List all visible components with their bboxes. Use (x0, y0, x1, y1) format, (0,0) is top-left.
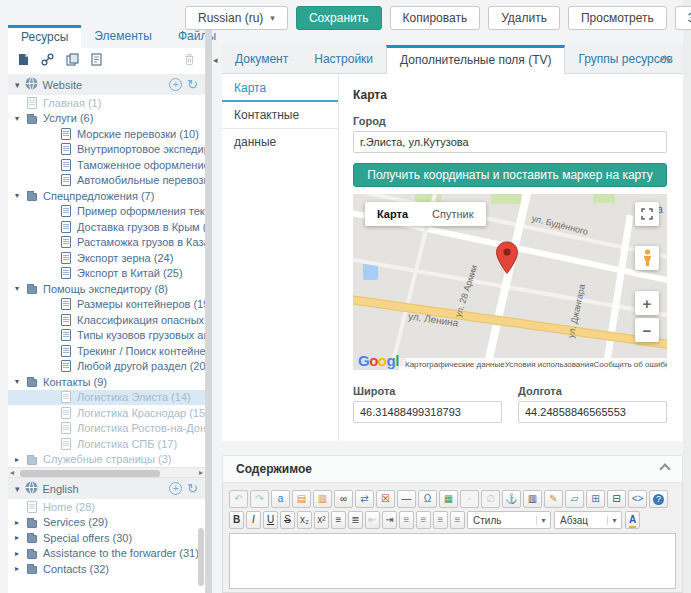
unlink-icon[interactable]: ∅ (481, 490, 500, 508)
trash-icon[interactable] (184, 53, 195, 69)
fullscreen-icon[interactable] (635, 202, 659, 226)
refresh-icon[interactable]: ↻ (187, 482, 198, 495)
panel-splitter[interactable] (205, 25, 212, 593)
collapse-arrow-icon[interactable]: ▾ (15, 80, 20, 90)
font-color-icon[interactable]: A (625, 511, 640, 529)
page-scrollbar-gutter[interactable] (683, 0, 691, 593)
bullet-list-icon[interactable]: ≡ (331, 511, 346, 529)
scroll-right-icon[interactable]: ▸ (199, 468, 203, 478)
tree-expander-icon[interactable] (15, 518, 27, 527)
tree-item[interactable]: Классификация опасных грузов (8, 312, 205, 328)
underline-icon[interactable]: U (263, 511, 278, 529)
eraser-icon[interactable]: ▱ (565, 490, 584, 508)
tree-item[interactable]: Контакты (9) (8, 374, 205, 390)
tv-category-tab[interactable]: Карта (222, 75, 338, 102)
collapse-sidebar-icon[interactable]: ◂ (213, 55, 218, 65)
tree-expander-icon[interactable] (15, 114, 27, 123)
indent-icon[interactable]: ⇥ (382, 511, 397, 529)
tree-item[interactable]: Любой другой раздел (20) (8, 359, 205, 375)
terms-link[interactable]: Условия использования (505, 360, 594, 369)
tree-item[interactable]: Home (28) (8, 499, 205, 515)
tree-item[interactable]: Растаможка грузов в Казахстан (8, 235, 205, 251)
format-painter-icon[interactable]: ✎ (544, 490, 563, 508)
align-right-icon[interactable]: ≡ (433, 511, 448, 529)
find-replace-icon[interactable]: ⇄ (355, 490, 374, 508)
add-resource-icon[interactable]: + (169, 482, 182, 495)
latitude-input[interactable] (353, 401, 502, 423)
redo-icon[interactable]: ↷ (250, 490, 269, 508)
paste-icon[interactable]: ▤ (292, 490, 311, 508)
editor-content-area[interactable] (229, 533, 676, 589)
tree-item[interactable]: Логистика Элиста (14) (8, 390, 205, 406)
subscript-icon[interactable]: x₂ (297, 511, 312, 529)
delete-button[interactable]: Удалить (488, 6, 560, 30)
longitude-input[interactable] (518, 401, 667, 423)
copy-button[interactable]: Копировать (390, 6, 481, 30)
sidebar-tab[interactable]: Элементы (81, 25, 165, 48)
cleanup-icon[interactable]: ☒ (376, 490, 395, 508)
tree-item[interactable]: Special offers (30) (8, 530, 205, 546)
outdent-icon[interactable]: ⇤ (365, 511, 380, 529)
language-selector[interactable]: Russian (ru) ▾ (185, 6, 288, 30)
document-tab[interactable]: Документ (222, 45, 301, 73)
preview-button[interactable]: Просмотреть (568, 6, 667, 30)
tv-category-tab[interactable]: Контактные данные (222, 102, 338, 129)
tree-item[interactable]: Служебные страницы (3) (8, 452, 205, 468)
link-icon[interactable] (41, 53, 54, 69)
save-button[interactable]: Сохранить (296, 6, 382, 30)
fieldset-icon[interactable]: ⊞ (586, 490, 605, 508)
tree-item[interactable]: Логистика СПБ (17) (8, 436, 205, 452)
context-header-english[interactable]: ▾ English + ↻ (8, 478, 205, 499)
tree-expander-icon[interactable] (15, 455, 27, 464)
tree-item[interactable]: Логистика Краснодар (15) (8, 405, 205, 421)
align-left-icon[interactable]: ≡ (399, 511, 414, 529)
tree-item[interactable]: Services (29) (8, 515, 205, 531)
bold-icon[interactable]: B (229, 511, 244, 529)
map-type-satellite-button[interactable]: Спутник (420, 202, 485, 226)
collapse-arrow-icon[interactable]: ▾ (15, 484, 20, 494)
align-justify-icon[interactable]: ≡ (450, 511, 465, 529)
sidebar-tab[interactable]: Ресурсы (8, 25, 81, 48)
context-header-website[interactable]: ▾ Website + ↻ (8, 74, 205, 95)
horizontal-rule-icon[interactable]: — (397, 490, 416, 508)
insert-image-icon[interactable]: ▦ (439, 490, 458, 508)
duplicate-icon[interactable] (66, 53, 79, 69)
italic-icon[interactable]: I (246, 511, 261, 529)
tree-vertical-scrollbar-thumb[interactable] (198, 528, 204, 586)
tree-expander-icon[interactable] (15, 564, 27, 573)
tree-item[interactable]: Assistance to the forwarder (31) (8, 546, 205, 562)
tree-item[interactable]: Экспорт в Китай (25) (8, 266, 205, 282)
tree-item[interactable]: Морские перевозки (10) (8, 126, 205, 142)
tree-item[interactable]: Помощь экспедитору (8) (8, 281, 205, 297)
tree-expander-icon[interactable] (15, 191, 27, 200)
tree-item[interactable]: Трекинг / Поиск контейнера (18) (8, 343, 205, 359)
document-tab[interactable]: Дополнительные поля (TV) (386, 45, 565, 74)
superscript-icon[interactable]: x² (314, 511, 329, 529)
tree-expander-icon[interactable] (15, 377, 27, 386)
report-error-link[interactable]: Сообщить об ошибке на карте (593, 360, 667, 369)
undo-icon[interactable]: ↶ (229, 490, 248, 508)
tree-item[interactable]: Таможенное оформление (12) (8, 157, 205, 173)
media-icon[interactable]: ▥ (523, 490, 542, 508)
insert-link-icon[interactable]: ▫ (460, 490, 479, 508)
new-document-icon[interactable] (18, 53, 29, 69)
align-center-icon[interactable]: ≡ (416, 511, 431, 529)
tree-item[interactable]: Услуги (6) (8, 111, 205, 127)
map-type-map-button[interactable]: Карта (365, 202, 420, 226)
print-icon[interactable]: ⊟ (607, 490, 626, 508)
report-icon[interactable] (91, 53, 102, 69)
close-button[interactable]: Закрыть (675, 6, 691, 30)
tree-expander-icon[interactable] (15, 549, 27, 558)
paste-word-icon[interactable]: ▥ (313, 490, 332, 508)
collapse-section-icon[interactable] (659, 463, 670, 474)
anchor-icon[interactable]: ⚓ (502, 490, 521, 508)
zoom-out-button[interactable]: − (635, 318, 659, 342)
tree-item[interactable]: Пример оформления текстовой (8, 204, 205, 220)
paragraph-format-dropdown[interactable]: Абзац ▾ (554, 511, 622, 529)
map-data-link[interactable]: Картографические данные (405, 360, 505, 369)
document-tab[interactable]: Настройки (301, 45, 386, 73)
tree-expander-icon[interactable] (15, 284, 27, 293)
tree-item[interactable]: Экспорт зерна (24) (8, 250, 205, 266)
tree-expander-icon[interactable] (15, 533, 27, 542)
content-section-header[interactable]: Содержимое (222, 455, 683, 483)
